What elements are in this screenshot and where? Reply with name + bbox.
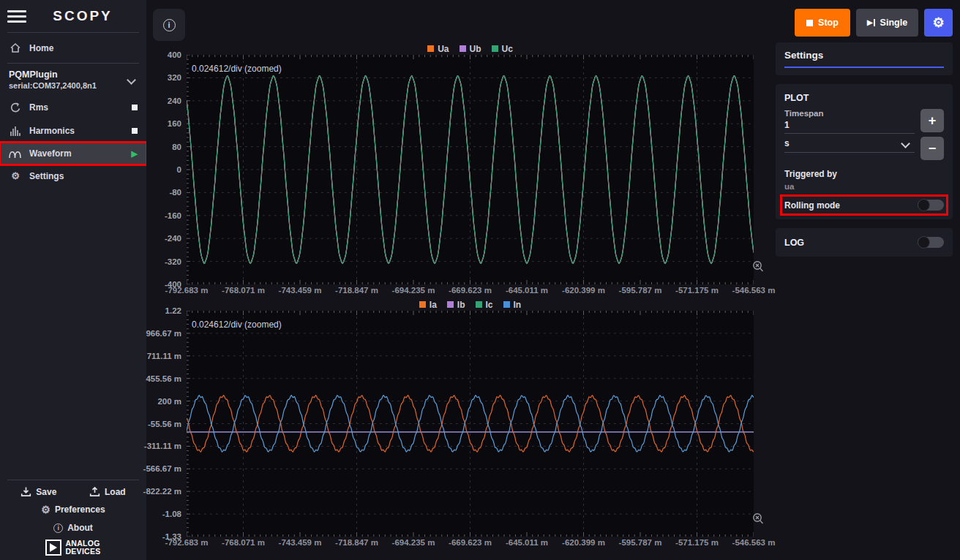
menu-icon[interactable] [7, 7, 26, 26]
single-icon: ▶ [867, 19, 875, 26]
chevron-down-icon[interactable] [127, 75, 136, 85]
analog-devices-logo: ANALOGDEVICES [0, 537, 146, 560]
y-tick-label: -320 [165, 257, 181, 266]
log-settings-card: LOG [776, 228, 953, 257]
plot-settings-button[interactable]: ⚙ [924, 9, 953, 37]
x-tick-label: -620.399 m [562, 538, 605, 547]
voltage-x-axis: -792.683 m-768.071 m-743.459 m-718.847 m… [187, 284, 754, 297]
harmonics-icon [9, 125, 22, 137]
x-tick-label: -792.683 m [165, 538, 209, 547]
y-tick-label: -160 [165, 211, 181, 220]
x-tick-label: -669.623 m [449, 538, 492, 547]
y-tick-label: 1.22 [165, 306, 181, 315]
home-icon [9, 42, 22, 53]
y-tick-label: 711.11 m [147, 352, 181, 360]
voltage-chart: UaUbUc 400320240160800-80-160-240-320-40… [153, 42, 776, 297]
sidebar-item-rms[interactable]: Rms [0, 96, 146, 119]
waveform-icon [9, 148, 22, 159]
info-icon: i [163, 19, 176, 31]
voltage-plot-canvas[interactable] [187, 55, 754, 284]
legend-key-icon [492, 45, 498, 52]
y-tick-label: -55.56 m [148, 420, 181, 428]
save-icon [20, 486, 31, 497]
single-button[interactable]: ▶ Single [856, 9, 918, 37]
timespan-label: Timespan [784, 109, 915, 118]
x-tick-label: -694.235 m [392, 286, 435, 295]
x-tick-label: -645.011 m [506, 286, 548, 295]
log-toggle[interactable] [918, 237, 944, 248]
current-chart: IaIbIcIn 1.22966.67 m711.11 m455.56 m200… [153, 298, 776, 549]
preferences-button[interactable]: ⚙ Preferences [41, 504, 105, 515]
plugin-serial: serial:COM37,2400,8n1 [9, 81, 128, 90]
about-button[interactable]: i About [53, 523, 93, 533]
sidebar-item-home[interactable]: Home [0, 33, 146, 63]
x-tick-label: -571.175 m [675, 538, 719, 547]
timespan-input[interactable]: 1 [784, 118, 915, 134]
x-tick-label: -620.399 m [562, 286, 605, 295]
timespan-decrement-button[interactable]: − [920, 137, 944, 160]
sidebar-item-label: Settings [29, 171, 64, 181]
settings-panel-title: Settings [784, 50, 944, 67]
info-icon: i [53, 523, 63, 533]
tool-play-icon[interactable]: ▶ [132, 150, 138, 158]
y-tick-label: -822.22 m [143, 487, 181, 496]
y-tick-label: 0 [177, 165, 181, 174]
sidebar-plugin-header[interactable]: PQMPlugin serial:COM37,2400,8n1 [0, 64, 146, 96]
analog-devices-icon [45, 540, 61, 556]
x-tick-label: -718.847 m [335, 538, 378, 547]
zoom-reset-icon[interactable] [751, 512, 765, 529]
timespan-increment-button[interactable]: + [920, 109, 944, 132]
y-tick-label: 240 [168, 97, 181, 105]
div-scale-label: 0.024612/div (zoomed) [192, 319, 282, 330]
rolling-mode-label: Rolling mode [784, 200, 918, 211]
sidebar-item-label: Harmonics [29, 126, 124, 136]
rolling-mode-toggle[interactable] [918, 200, 944, 211]
tool-stop-icon[interactable] [132, 128, 138, 134]
voltage-legend: UaUbUc [187, 42, 754, 55]
div-scale-label: 0.024612/div (zoomed) [192, 64, 282, 74]
chevron-down-icon [901, 139, 910, 148]
info-button[interactable]: i [153, 9, 185, 41]
load-button[interactable]: Load [89, 486, 126, 497]
sidebar-item-waveform[interactable]: Waveform ▶ [0, 143, 146, 164]
voltage-y-axis: 400320240160800-80-160-240-320-400 [153, 55, 187, 284]
plugin-name: PQMPlugin [9, 69, 128, 80]
x-tick-label: -546.563 m [732, 286, 776, 295]
app-logo: SCOPY [26, 8, 139, 24]
x-tick-label: -595.787 m [619, 538, 662, 547]
legend-key-icon [447, 301, 454, 308]
x-tick-label: -595.787 m [619, 286, 662, 295]
tool-stop-icon[interactable] [132, 105, 138, 110]
triggered-by-value: ua [784, 182, 944, 191]
y-tick-label: -240 [165, 234, 181, 243]
timespan-unit-select[interactable]: s [784, 134, 915, 153]
sidebar-item-label: Waveform [29, 148, 124, 159]
x-tick-label: -546.563 m [732, 538, 776, 547]
save-button[interactable]: Save [20, 486, 56, 497]
zoom-reset-icon[interactable] [751, 260, 765, 277]
legend-key-icon [419, 301, 426, 308]
stop-button[interactable]: Stop [795, 9, 850, 37]
x-tick-label: -718.847 m [335, 286, 378, 295]
legend-item: Ic [476, 300, 493, 310]
gear-icon: ⚙ [932, 15, 944, 31]
legend-key-icon [460, 45, 466, 52]
log-section-title: LOG [784, 238, 918, 248]
title-underline [784, 67, 944, 68]
sidebar: SCOPY Home PQMPlugin serial:COM37,2400,8… [0, 0, 146, 560]
stop-icon [806, 20, 813, 26]
y-tick-label: 966.67 m [146, 329, 181, 338]
legend-key-icon [476, 301, 482, 308]
sidebar-item-label: Rms [29, 102, 124, 113]
y-tick-label: -1.08 [162, 510, 181, 518]
y-tick-label: -566.67 m [143, 464, 181, 473]
sidebar-item-settings[interactable]: ⚙ Settings [0, 164, 146, 187]
legend-key-icon [427, 45, 434, 52]
sidebar-item-harmonics[interactable]: Harmonics [0, 119, 146, 143]
y-tick-label: 80 [172, 143, 181, 151]
current-plot-canvas[interactable] [187, 311, 754, 537]
settings-panel: Settings [776, 42, 953, 75]
sidebar-item-label: Home [29, 43, 53, 53]
y-tick-label: 400 [168, 50, 181, 59]
y-tick-label: 455.56 m [146, 374, 181, 383]
